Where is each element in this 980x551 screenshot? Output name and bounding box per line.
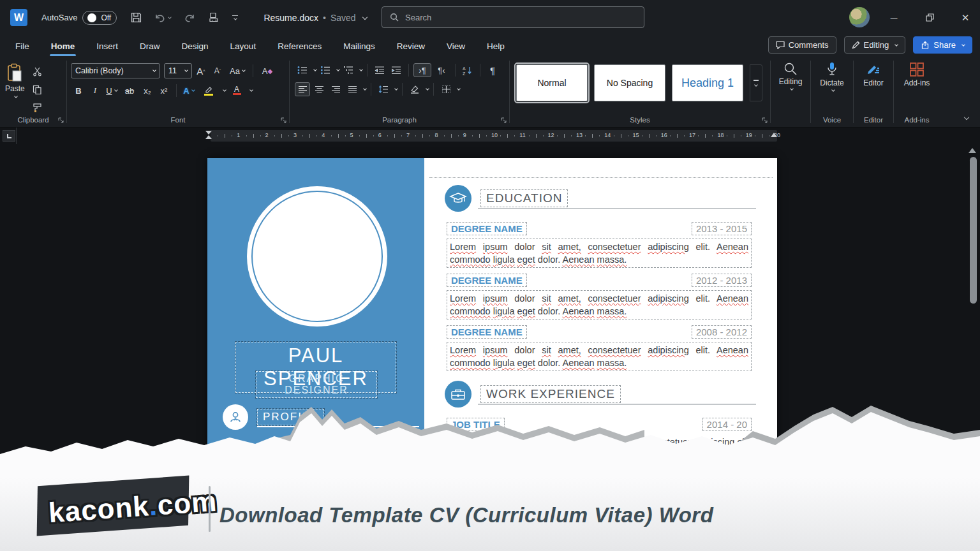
styles-gallery-more-button[interactable] — [750, 64, 762, 101]
highlight-button[interactable] — [198, 84, 219, 98]
document-title[interactable]: Resume.docx • Saved — [264, 13, 366, 23]
numbering-button[interactable] — [318, 63, 333, 77]
tab-selector[interactable] — [3, 130, 15, 142]
degree-period-3[interactable]: 2008 - 2012 — [692, 325, 752, 339]
decrease-indent-button[interactable] — [372, 63, 387, 77]
tab-design[interactable]: Design — [174, 37, 216, 55]
bold-button[interactable]: B — [71, 84, 86, 98]
style-normal[interactable]: Normal — [516, 64, 588, 101]
tab-review[interactable]: Review — [389, 37, 433, 55]
print-preview-icon[interactable] — [208, 12, 219, 24]
degree-period-2[interactable]: 2012 - 2013 — [692, 274, 752, 287]
increase-indent-button[interactable] — [389, 63, 404, 77]
photo-placeholder[interactable] — [247, 186, 387, 327]
tab-draw[interactable]: Draw — [132, 37, 168, 55]
font-dialog-launcher[interactable] — [281, 117, 287, 124]
save-icon[interactable] — [131, 12, 142, 23]
share-button[interactable]: Share — [913, 36, 972, 54]
tab-layout[interactable]: Layout — [223, 37, 264, 55]
tab-insert[interactable]: Insert — [89, 37, 126, 55]
style-no-spacing[interactable]: No Spacing — [594, 64, 665, 101]
text-effects-button[interactable]: A — [181, 84, 197, 98]
styles-dialog-launcher[interactable] — [762, 117, 768, 124]
editor-button[interactable]: Editor — [857, 62, 889, 87]
restore-button[interactable] — [915, 0, 944, 35]
dictate-button[interactable]: Dictate — [813, 62, 850, 92]
user-avatar[interactable] — [849, 7, 870, 27]
degree-desc-2[interactable]: Lorem ipsum dolor sit amet, consectetuer… — [447, 290, 752, 320]
sort-button[interactable]: AZ — [460, 63, 475, 77]
multilevel-list-button[interactable] — [341, 63, 356, 77]
grow-font-button[interactable]: A^ — [193, 64, 209, 78]
kaconk-logo[interactable]: kaconk.com — [37, 477, 203, 536]
rtl-text-direction-button[interactable]: ¶‹ — [433, 63, 450, 77]
underline-button[interactable]: U — [104, 84, 119, 98]
close-button[interactable]: ✕ — [951, 0, 980, 35]
comments-button[interactable]: Comments — [768, 36, 836, 54]
borders-button[interactable] — [438, 82, 454, 96]
degree-period-1[interactable]: 2013 - 2015 — [692, 222, 752, 235]
editing-menu-button[interactable]: Editing — [773, 62, 809, 91]
font-name-select[interactable]: Calibri (Body) — [71, 63, 160, 78]
editing-mode-button[interactable]: Editing — [844, 36, 906, 54]
font-color-button[interactable]: A — [227, 84, 246, 98]
bullets-button[interactable] — [295, 63, 310, 77]
search-input[interactable]: Search — [382, 6, 644, 28]
clear-formatting-button[interactable]: A◆ — [258, 64, 277, 78]
vertical-scrollbar[interactable] — [970, 157, 977, 304]
paragraph-dialog-launcher[interactable] — [501, 117, 507, 124]
italic-button[interactable]: I — [87, 84, 103, 98]
align-center-button[interactable] — [311, 82, 327, 96]
toggle-knob — [87, 13, 96, 22]
strikethrough-button[interactable]: ab — [121, 84, 138, 98]
customize-qat-icon[interactable] — [232, 15, 238, 20]
h-ruler[interactable]: 1234567891011121314151617181920 — [211, 130, 777, 142]
degree-name-1[interactable]: DEGREE NAME — [447, 222, 527, 235]
ruler-tick — [281, 134, 282, 138]
shading-button[interactable] — [407, 82, 422, 96]
justify-button[interactable] — [345, 82, 360, 96]
format-painter-button[interactable] — [30, 100, 45, 114]
tab-file[interactable]: File — [8, 37, 37, 55]
undo-chevron-icon[interactable] — [168, 15, 172, 19]
shrink-font-button[interactable]: Aˇ — [210, 64, 225, 78]
superscript-button[interactable]: x² — [156, 84, 172, 98]
copy-button[interactable] — [30, 82, 45, 96]
degree-desc-1[interactable]: Lorem ipsum dolor sit amet, consectetuer… — [447, 239, 752, 268]
clipboard-dialog-launcher[interactable] — [58, 117, 64, 124]
resume-role[interactable]: GRAPHIC DESIGNER — [256, 371, 377, 398]
align-left-button[interactable] — [295, 82, 310, 96]
work-heading[interactable]: WORK EXPERIENCE — [480, 385, 621, 403]
collapse-ribbon-button[interactable] — [962, 112, 969, 123]
style-heading1[interactable]: Heading 1 — [672, 64, 743, 101]
ltr-text-direction-button[interactable]: ›¶ — [413, 63, 431, 77]
autosave-toggle[interactable]: Off — [82, 11, 117, 25]
subscript-button[interactable]: x₂ — [140, 84, 155, 98]
undo-button[interactable] — [154, 13, 171, 23]
tab-mailings[interactable]: Mailings — [336, 37, 383, 55]
cut-button[interactable] — [30, 64, 45, 78]
microphone-icon — [826, 62, 838, 77]
degree-name-2[interactable]: DEGREE NAME — [447, 274, 527, 287]
addins-button[interactable]: Add-ins — [898, 62, 937, 87]
paste-button[interactable]: Paste — [0, 62, 30, 114]
word-logo[interactable]: W — [10, 9, 27, 26]
hanging-indent-marker[interactable] — [205, 135, 212, 139]
minimize-button[interactable]: ─ — [879, 0, 909, 35]
education-heading[interactable]: EDUCATION — [480, 189, 568, 207]
align-right-button[interactable] — [328, 82, 343, 96]
change-case-button[interactable]: Aa — [226, 64, 248, 78]
redo-button[interactable] — [184, 13, 195, 23]
show-paragraph-marks-button[interactable]: ¶ — [485, 63, 500, 77]
degree-desc-3[interactable]: Lorem ipsum dolor sit amet, consectetuer… — [447, 342, 752, 371]
degree-name-3[interactable]: DEGREE NAME — [447, 325, 527, 339]
tab-references[interactable]: References — [270, 37, 329, 55]
tab-home[interactable]: Home — [43, 37, 83, 55]
line-spacing-button[interactable] — [376, 82, 391, 96]
doc-title-chevron-icon[interactable] — [362, 14, 367, 19]
tab-view[interactable]: View — [439, 37, 473, 55]
first-line-indent-marker[interactable] — [205, 131, 212, 135]
tab-help[interactable]: Help — [479, 37, 512, 55]
font-size-select[interactable]: 11 — [164, 63, 192, 78]
scroll-up-arrow[interactable] — [969, 148, 976, 153]
